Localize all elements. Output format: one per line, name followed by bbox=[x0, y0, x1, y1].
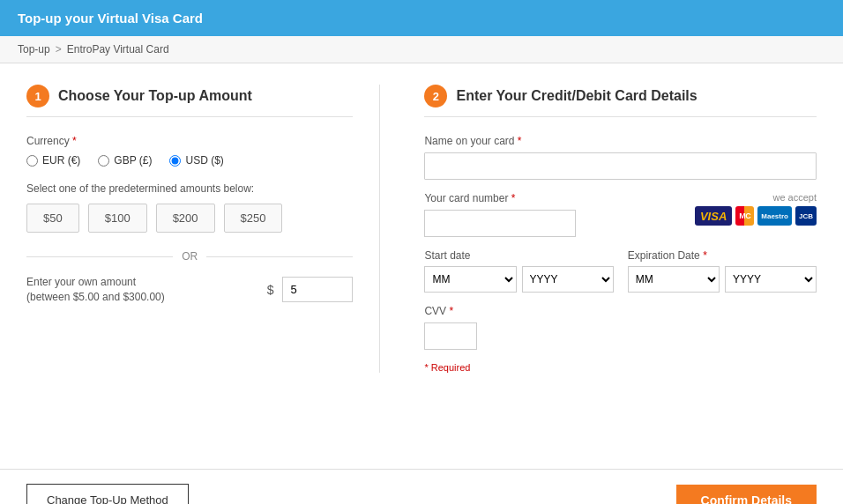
currency-usd[interactable]: USD ($) bbox=[169, 154, 223, 167]
card-number-row: Your card number * we accept VISA MC Mae… bbox=[424, 192, 817, 237]
card-number-required: * bbox=[511, 192, 516, 204]
we-accept-label: we accept bbox=[772, 192, 817, 203]
jcb-logo: JCB bbox=[795, 206, 817, 226]
own-amount-label: Enter your own amount(between $5.00 and … bbox=[26, 275, 165, 305]
card-number-wrap: Your card number * bbox=[424, 192, 677, 237]
own-amount-input[interactable] bbox=[282, 277, 353, 302]
required-note: * Required bbox=[424, 362, 817, 373]
maestro-logo: Maestro bbox=[757, 206, 792, 226]
exp-required: * bbox=[703, 249, 707, 262]
name-label: Name on your card * bbox=[424, 135, 817, 147]
cvv-input[interactable] bbox=[424, 322, 477, 350]
left-section-title: 1 Choose Your Top-up Amount bbox=[26, 85, 353, 117]
start-date-label: Start date bbox=[424, 249, 613, 262]
left-column: 1 Choose Your Top-up Amount Currency * E… bbox=[26, 85, 380, 373]
radio-gbp[interactable] bbox=[98, 155, 109, 167]
header-title: Top-up your Virtual Visa Card bbox=[18, 11, 203, 26]
step-1-circle: 1 bbox=[26, 85, 49, 107]
start-date-selects: MM 010203 040506 070809 101112 YYYY 2020… bbox=[424, 266, 613, 293]
amount-200[interactable]: $200 bbox=[156, 204, 215, 233]
card-number-label: Your card number * bbox=[424, 192, 677, 204]
dollar-sign: $ bbox=[267, 283, 274, 297]
right-title: Enter Your Credit/Debit Card Details bbox=[456, 88, 697, 104]
cvv-group: CVV * bbox=[424, 305, 817, 350]
date-row: Start date MM 010203 040506 070809 10111… bbox=[424, 249, 817, 293]
main-content: 1 Choose Your Top-up Amount Currency * E… bbox=[0, 63, 843, 469]
amount-50[interactable]: $50 bbox=[26, 204, 79, 233]
breadcrumb-current: EntroPay Virtual Card bbox=[67, 43, 169, 56]
radio-eur[interactable] bbox=[26, 155, 38, 167]
currency-section: Currency * EUR (€) GBP (£) USD ($) bbox=[26, 135, 353, 167]
breadcrumb-separator: > bbox=[56, 43, 62, 56]
or-divider: OR bbox=[26, 250, 353, 263]
breadcrumb: Top-up > EntroPay Virtual Card bbox=[0, 36, 843, 63]
cvv-label: CVV * bbox=[424, 305, 817, 317]
visa-logo: VISA bbox=[695, 206, 732, 226]
expiration-date-selects: MM 010203 040506 070809 101112 YYYY 2024… bbox=[628, 266, 817, 293]
page-header: Top-up your Virtual Visa Card bbox=[0, 0, 843, 36]
predefined-section: Select one of the predetermined amounts … bbox=[26, 182, 353, 233]
currency-eur[interactable]: EUR (€) bbox=[26, 154, 80, 167]
amount-buttons: $50 $100 $200 $250 bbox=[26, 204, 353, 233]
right-column: 2 Enter Your Credit/Debit Card Details N… bbox=[415, 85, 817, 373]
currency-required: * bbox=[72, 135, 77, 147]
cvv-required: * bbox=[449, 305, 453, 317]
exp-month-select[interactable]: MM 010203 040506 070809 101112 bbox=[628, 266, 720, 293]
currency-gbp[interactable]: GBP (£) bbox=[98, 154, 152, 167]
right-section-title: 2 Enter Your Credit/Debit Card Details bbox=[424, 85, 817, 117]
exp-year-select[interactable]: YYYY 202420252026 202720282029 bbox=[725, 266, 817, 293]
breadcrumb-root[interactable]: Top-up bbox=[18, 43, 50, 56]
two-column-layout: 1 Choose Your Top-up Amount Currency * E… bbox=[26, 85, 817, 373]
amount-250[interactable]: $250 bbox=[224, 204, 283, 233]
confirm-button[interactable]: Confirm Details bbox=[676, 485, 817, 505]
left-title: Choose Your Top-up Amount bbox=[58, 88, 252, 104]
own-amount-row: Enter your own amount(between $5.00 and … bbox=[26, 275, 353, 305]
mastercard-logo: MC bbox=[735, 206, 754, 226]
expiration-date-group: Expiration Date * MM 010203 040506 07080… bbox=[628, 249, 817, 293]
start-year-select[interactable]: YYYY 202020212022 202320242025 bbox=[522, 266, 614, 293]
start-date-group: Start date MM 010203 040506 070809 10111… bbox=[424, 249, 613, 293]
currency-label: Currency * bbox=[26, 135, 353, 147]
card-logos: VISA MC Maestro JCB bbox=[695, 206, 817, 226]
name-input[interactable] bbox=[424, 152, 817, 180]
or-label: OR bbox=[182, 250, 198, 263]
we-accept-section: we accept VISA MC Maestro JCB bbox=[695, 192, 817, 226]
start-month-select[interactable]: MM 010203 040506 070809 101112 bbox=[424, 266, 516, 293]
change-method-button[interactable]: Change Top-Up Method bbox=[26, 484, 189, 504]
name-required: * bbox=[518, 135, 522, 147]
card-number-input[interactable] bbox=[424, 210, 576, 237]
radio-usd[interactable] bbox=[169, 155, 181, 167]
footer: Change Top-Up Method Confirm Details bbox=[0, 469, 843, 504]
step-2-circle: 2 bbox=[424, 85, 447, 107]
expiration-date-label: Expiration Date * bbox=[628, 249, 817, 262]
name-group: Name on your card * bbox=[424, 135, 817, 180]
currency-radio-group: EUR (€) GBP (£) USD ($) bbox=[26, 154, 353, 167]
predefined-label: Select one of the predetermined amounts … bbox=[26, 182, 353, 195]
amount-100[interactable]: $100 bbox=[88, 204, 147, 233]
